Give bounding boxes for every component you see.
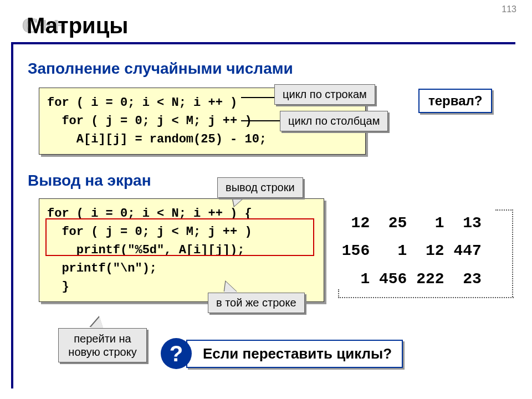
section-fill-random: Заполнение случайными числами xyxy=(28,60,293,78)
label-row-output: вывод строки xyxy=(217,177,303,198)
question-row: ? Если переставить циклы? xyxy=(161,338,403,369)
label-col-loop: цикл по столбцам xyxy=(280,111,388,131)
question-swap-loops: Если переставить циклы? xyxy=(186,340,403,368)
label-newline: перейти на новую строку xyxy=(58,328,147,362)
connector-line-cols xyxy=(241,120,280,121)
interval-question-box: тервал? xyxy=(418,89,492,113)
question-mark-icon: ? xyxy=(161,338,192,369)
dotted-border xyxy=(338,297,514,298)
slide: 113 C++ Матрицы Заполнение случайными чи… xyxy=(0,0,532,399)
section-output: Вывод на экран xyxy=(28,172,151,190)
dotted-border xyxy=(495,209,513,211)
dotted-border xyxy=(512,209,513,297)
slide-title: Матрицы xyxy=(27,13,128,38)
label-row-loop: цикл по строкам xyxy=(274,84,375,105)
label-same-line: в той же строке xyxy=(208,293,305,313)
connector-line-rows xyxy=(241,97,274,98)
page-number: 113 xyxy=(502,4,516,14)
matrix-output: 12 25 1 13 156 1 12 447 1 456 222 23 xyxy=(332,209,482,293)
code-output: for ( i = 0; i < N; i ++ ) { for ( j = 0… xyxy=(39,198,324,302)
